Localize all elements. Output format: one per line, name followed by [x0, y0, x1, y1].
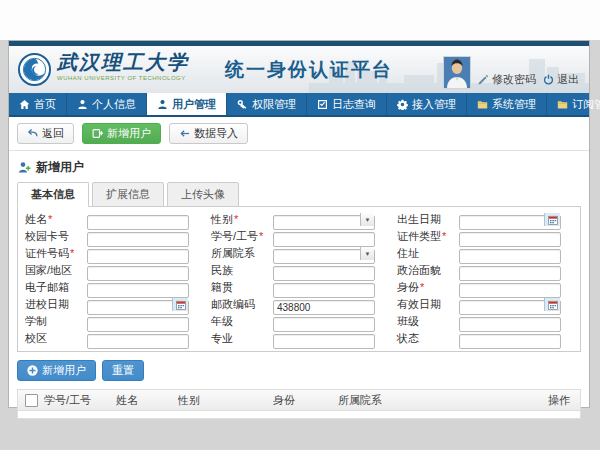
field-inputbox [87, 297, 189, 312]
header-cell: 学号/工号 [44, 393, 116, 408]
folder-icon [477, 99, 488, 110]
form-field-ethnicity: 民族 [206, 263, 392, 278]
reset-button[interactable]: 重置 [102, 360, 144, 381]
required-asterisk: * [420, 281, 424, 293]
form-field-identity: 身份* [392, 280, 578, 295]
select-all-checkbox[interactable] [25, 394, 38, 407]
field-label: 身份* [392, 280, 459, 295]
required-asterisk: * [234, 213, 238, 225]
political-status-input[interactable] [459, 266, 561, 281]
circle-plus-icon [27, 365, 38, 376]
field-label: 性别* [206, 212, 273, 227]
add-user-section-icon [18, 161, 31, 174]
name-input[interactable] [87, 215, 189, 230]
field-label: 政治面貌 [392, 263, 459, 278]
calendar-icon [176, 300, 186, 310]
class-input[interactable] [459, 317, 561, 332]
form-field-birth-date: 出生日期 [392, 212, 578, 227]
nav-item-perm-mgmt[interactable]: 权限管理 [227, 93, 307, 115]
app-header: 武汉理工大学 WUHAN UNIVERSITY OF TECHNOLOGY 统一… [9, 46, 589, 93]
grade-input[interactable] [273, 317, 375, 332]
data-import-label: 数据导入 [194, 127, 238, 140]
field-inputbox [87, 246, 189, 261]
header-cell: 身份 [273, 393, 338, 408]
birth-date-calendar-button[interactable] [544, 213, 560, 226]
toolbar: 返回 新增用户 数据导入 [9, 117, 589, 151]
add-user-toolbar-button[interactable]: 新增用户 [82, 123, 161, 144]
field-inputbox [87, 280, 189, 295]
campus-card-input[interactable] [87, 232, 189, 247]
pencil-icon [478, 74, 489, 85]
change-password-link[interactable]: 修改密码 [478, 72, 536, 87]
data-import-button[interactable]: 数据导入 [169, 123, 248, 144]
form-field-status: 状态 [392, 331, 578, 346]
logout-label: 退出 [557, 72, 579, 87]
country-region-input[interactable] [87, 266, 189, 281]
ethnicity-input[interactable] [273, 266, 375, 281]
field-inputbox [273, 297, 375, 312]
id-type-input[interactable] [459, 232, 561, 247]
nav-item-subscribe-mgmt[interactable]: 订阅管理 [547, 93, 600, 115]
address-input[interactable] [459, 249, 561, 264]
field-label: 校园卡号 [20, 229, 87, 244]
university-name-en: WUHAN UNIVERSITY OF TECHNOLOGY [57, 75, 189, 81]
department-dropdown-button[interactable]: ▼ [360, 247, 374, 260]
header-cell: 姓名 [116, 393, 178, 408]
form-field-valid-date: 有效日期 [392, 297, 578, 312]
tab-basic-info[interactable]: 基本信息 [17, 182, 89, 207]
header-cell: 操作 [548, 393, 580, 408]
tab-extended-info[interactable]: 扩展信息 [92, 182, 164, 207]
email-input[interactable] [87, 283, 189, 298]
change-password-label: 修改密码 [492, 72, 536, 87]
back-arrow-icon [27, 128, 38, 139]
add-user-submit-button[interactable]: 新增用户 [17, 360, 96, 381]
campus-input[interactable] [87, 334, 189, 349]
logout-link[interactable]: 退出 [543, 72, 579, 87]
id-number-input[interactable] [87, 249, 189, 264]
nav-item-label: 权限管理 [252, 97, 296, 112]
form-field-class: 班级 [392, 314, 578, 329]
native-place-input[interactable] [273, 283, 375, 298]
field-label: 学号/工号* [206, 229, 273, 244]
field-label: 电子邮箱 [20, 280, 87, 295]
nav-item-system-mgmt[interactable]: 系统管理 [467, 93, 547, 115]
field-inputbox [459, 314, 561, 329]
nav-item-user-mgmt[interactable]: 用户管理 [147, 93, 227, 115]
user-icon [77, 99, 88, 110]
back-button[interactable]: 返回 [17, 123, 74, 144]
field-label: 学制 [20, 314, 87, 329]
status-input[interactable] [459, 334, 561, 349]
student-id-input[interactable] [273, 232, 375, 247]
add-user-submit-label: 新增用户 [42, 364, 86, 377]
app-window: 武汉理工大学 WUHAN UNIVERSITY OF TECHNOLOGY 统一… [8, 40, 590, 408]
nav-item-access-mgmt[interactable]: 接入管理 [387, 93, 467, 115]
gender-dropdown-button[interactable]: ▼ [360, 213, 374, 226]
form-field-campus-card: 校园卡号 [20, 229, 206, 244]
study-length-input[interactable] [87, 317, 189, 332]
field-inputbox: ▼ [273, 246, 375, 261]
nav-item-profile[interactable]: 个人信息 [67, 93, 147, 115]
page-background-top [0, 0, 600, 40]
nav-item-label: 日志查询 [332, 97, 376, 112]
entry-date-calendar-button[interactable] [172, 298, 188, 311]
nav-item-home[interactable]: 首页 [9, 93, 67, 115]
user-icon [157, 99, 168, 110]
identity-input[interactable] [459, 283, 561, 298]
postal-code-input[interactable] [273, 300, 375, 315]
field-label: 国家/地区 [20, 263, 87, 278]
field-label: 民族 [206, 263, 273, 278]
checklist-icon [317, 99, 328, 110]
nav-item-log-query[interactable]: 日志查询 [307, 93, 387, 115]
tab-upload-avatar[interactable]: 上传头像 [167, 182, 239, 207]
field-inputbox [273, 314, 375, 329]
field-inputbox [459, 212, 561, 227]
valid-date-calendar-button[interactable] [544, 298, 560, 311]
platform-title: 统一身份认证平台 [225, 57, 393, 83]
form-field-student-id: 学号/工号* [206, 229, 392, 244]
field-inputbox: ▼ [273, 212, 375, 227]
field-inputbox [87, 229, 189, 244]
form-field-political-status: 政治面貌 [392, 263, 578, 278]
results-table-empty-body [18, 411, 580, 418]
key-icon [237, 99, 248, 110]
major-input[interactable] [273, 334, 375, 349]
